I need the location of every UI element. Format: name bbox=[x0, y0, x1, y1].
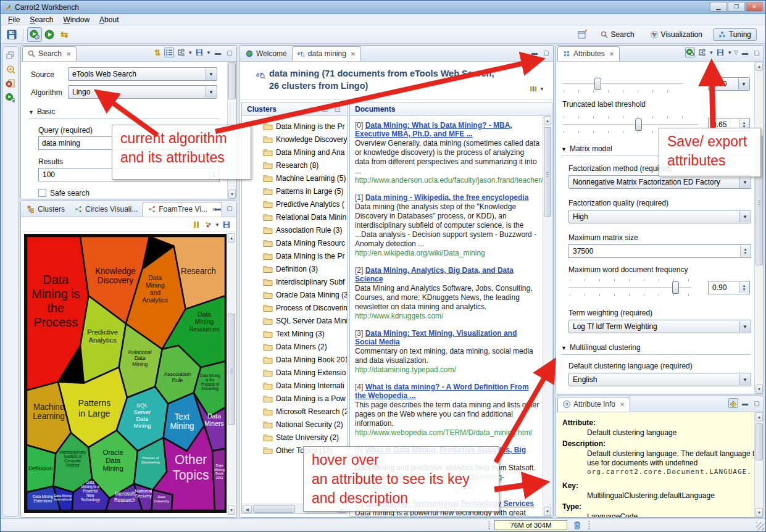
cluster-tree-item[interactable]: Data Mining and Ana bbox=[242, 146, 347, 159]
close-tab-icon[interactable]: ✕ bbox=[609, 51, 614, 57]
source-select[interactable]: eTools Web Search▼ bbox=[68, 67, 217, 81]
process-and-run-icon[interactable] bbox=[27, 27, 42, 42]
minimize-view-icon[interactable]: ▬ bbox=[213, 48, 223, 57]
cluster-tree-item[interactable]: Oracle Data Mining (3 bbox=[242, 288, 347, 301]
maximize-window-button[interactable]: ❐ bbox=[728, 2, 745, 12]
cluster-count-slider[interactable] bbox=[562, 78, 683, 90]
spinner-arrows-icon[interactable]: ▲▼ bbox=[740, 246, 750, 257]
dropdown-icon[interactable]: ▼ bbox=[188, 50, 193, 56]
pause-animation-icon[interactable] bbox=[191, 220, 201, 230]
foamtree-cell[interactable]: Definition bbox=[27, 445, 56, 493]
cluster-tree-item[interactable]: Predictive Analytics ( bbox=[242, 197, 347, 210]
default-language-select[interactable]: English▼ bbox=[568, 373, 751, 386]
safe-search-checkbox[interactable] bbox=[38, 189, 46, 197]
garbage-collect-icon[interactable] bbox=[572, 520, 582, 530]
editor-tab-data-mining[interactable]: eTdata mining✕ bbox=[292, 46, 361, 61]
cluster-tree-item[interactable]: Data Mining Extensio bbox=[242, 366, 347, 379]
cluster-tree-item[interactable]: SQL Server Data Mini bbox=[242, 314, 347, 327]
document-url[interactable]: http://www.anderson.ucla.edu/faculty/jas… bbox=[355, 176, 540, 185]
close-tab-icon[interactable]: ✕ bbox=[66, 51, 71, 57]
cluster-tree-item[interactable]: Research (8) bbox=[242, 159, 347, 172]
tab-attribute-info[interactable]: ? Attribute Info✕ bbox=[557, 397, 630, 412]
document-title-link[interactable]: Data Mining, Analytics, Big Data, and Da… bbox=[355, 266, 514, 283]
tab-search[interactable]: Search✕ bbox=[22, 46, 77, 61]
cluster-tree-item[interactable]: Data Mining is the Pr bbox=[242, 120, 347, 133]
close-tab-icon[interactable]: ✕ bbox=[620, 401, 625, 408]
factorization-quality-select[interactable]: High▼ bbox=[568, 210, 751, 223]
view-menu-icon[interactable]: ▽ bbox=[734, 49, 738, 56]
search-fast-view-icon[interactable] bbox=[6, 64, 15, 74]
attribute-grouping-icon[interactable] bbox=[697, 48, 707, 57]
cluster-tree-item[interactable]: Data Mining is a Pow bbox=[242, 392, 347, 405]
maximize-view-icon[interactable]: ▢ bbox=[541, 48, 551, 57]
cluster-tree-item[interactable]: Definition (3) bbox=[242, 262, 347, 275]
tab-circles-visuali[interactable]: Circles Visuali... bbox=[70, 202, 143, 217]
minimize-window-button[interactable]: ▁ bbox=[710, 2, 727, 12]
cluster-tree-item[interactable]: State University (2) bbox=[242, 431, 347, 444]
menu-file[interactable]: File bbox=[3, 15, 25, 25]
document-url[interactable]: http://en.wikipedia.org/wiki/Data_mining bbox=[355, 249, 540, 258]
collapse-all-icon[interactable]: ⊟ bbox=[334, 104, 341, 114]
error-log-icon[interactable] bbox=[6, 78, 15, 88]
dropdown-icon[interactable]: ▼ bbox=[206, 50, 211, 56]
save-icon[interactable] bbox=[4, 27, 19, 42]
cluster-tree-item[interactable]: Relational Data Minin bbox=[242, 210, 347, 223]
max-word-frequency-slider[interactable] bbox=[568, 281, 692, 294]
tab-clusters[interactable]: Clusters bbox=[22, 202, 70, 217]
cluster-tree-item[interactable]: Association Rule (3) bbox=[242, 223, 347, 236]
close-tab-icon[interactable]: ✕ bbox=[351, 51, 356, 57]
editor-tab-welcome[interactable]: Welcome bbox=[241, 46, 292, 61]
minimize-view-icon[interactable]: ▬ bbox=[213, 203, 223, 213]
cluster-tree-item[interactable]: Data Mining is the Pr bbox=[242, 249, 347, 262]
tab-foamtree-vi[interactable]: FoamTree Vi...✕ bbox=[143, 202, 222, 217]
cluster-tree-item[interactable]: Data Mining Internati bbox=[242, 379, 347, 392]
cluster-tree-item[interactable]: National Security (2) bbox=[242, 418, 347, 431]
maximize-view-icon[interactable]: ▢ bbox=[752, 398, 762, 408]
save-attributes-icon[interactable] bbox=[194, 48, 204, 57]
save-attributes-icon[interactable] bbox=[715, 48, 725, 57]
minimize-view-icon[interactable]: ▬ bbox=[740, 48, 750, 57]
document-url[interactable]: http://www.kdnuggets.com/ bbox=[355, 312, 540, 321]
menu-window[interactable]: Window bbox=[58, 15, 94, 25]
run-icon[interactable] bbox=[42, 27, 57, 42]
cluster-tree-item[interactable]: Knowledge Discovery bbox=[242, 133, 347, 146]
minimize-view-icon[interactable]: ▬ bbox=[530, 48, 539, 57]
dropdown-icon[interactable]: ▼ bbox=[709, 50, 714, 56]
minimize-view-icon[interactable]: ▬ bbox=[740, 398, 750, 408]
layout-columns-control[interactable]: ▼ bbox=[530, 85, 544, 93]
perspective-search[interactable]: Search bbox=[595, 28, 640, 41]
color-scheme-icon[interactable] bbox=[203, 220, 213, 230]
perspective-visualization[interactable]: Visualization bbox=[645, 28, 708, 41]
tab-attributes[interactable]: Attributes✕ bbox=[557, 46, 620, 61]
max-word-frequency-value[interactable]: 0.90▲▼ bbox=[708, 281, 750, 294]
save-image-icon[interactable] bbox=[222, 220, 231, 230]
algorithm-select[interactable]: Lingo▼ bbox=[68, 85, 217, 99]
tree-layout-icon[interactable] bbox=[176, 48, 186, 57]
foamtree-cell[interactable]: DataMining istheProcess bbox=[27, 236, 88, 391]
expand-all-icon[interactable]: ⊞ bbox=[322, 104, 328, 114]
cluster-tree-item[interactable]: Microsoft Research (2 bbox=[242, 405, 347, 418]
maximize-view-icon[interactable]: ▢ bbox=[225, 48, 235, 57]
simple-layout-icon[interactable] bbox=[164, 48, 174, 57]
maximum-matrix-size-input[interactable]: 37500▲▼ bbox=[568, 244, 751, 258]
cluster-tree-item[interactable]: Patterns in Large (5) bbox=[242, 185, 347, 197]
cluster-run-fast-view-icon[interactable] bbox=[6, 93, 15, 102]
multilingual-clustering-section[interactable]: ▼Multilingual clustering bbox=[561, 343, 750, 355]
open-perspective-icon[interactable] bbox=[575, 27, 590, 42]
resize-grip[interactable] bbox=[756, 522, 764, 530]
factorization-method-select[interactable]: Nonnegative Matrix Factorization ED Fact… bbox=[568, 175, 751, 189]
swap-source-icon[interactable]: ⇅ bbox=[152, 48, 162, 57]
cluster-tree-item[interactable]: Machine Learning (5) bbox=[242, 172, 347, 185]
cluster-tree-item[interactable]: Interdisciplinary Subf bbox=[242, 275, 347, 288]
attribute-info-scrollbar[interactable]: ▲ ▼ bbox=[754, 412, 764, 517]
document-url[interactable]: http://datamining.typepad.com/ bbox=[355, 365, 540, 375]
menu-about[interactable]: About bbox=[94, 15, 123, 25]
restore-pane-icon[interactable] bbox=[6, 50, 15, 60]
live-update-icon[interactable] bbox=[685, 48, 695, 57]
maximize-view-icon[interactable]: ▢ bbox=[225, 203, 235, 213]
menu-search[interactable]: Search bbox=[25, 15, 58, 25]
document-title-link[interactable]: Data mining - Wikipedia, the free encycl… bbox=[365, 193, 529, 202]
perspective-tuning[interactable]: Tuning bbox=[713, 28, 757, 41]
dropdown-icon[interactable]: ▼ bbox=[727, 50, 732, 56]
cluster-count-value[interactable]: 2.00▼ bbox=[708, 77, 750, 91]
